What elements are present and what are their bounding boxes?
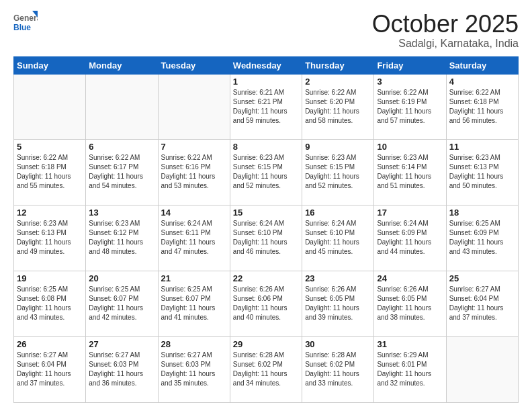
day-info: Sunrise: 6:24 AM Sunset: 6:10 PM Dayligh… bbox=[305, 219, 371, 257]
svg-text:Blue: Blue bbox=[13, 23, 31, 32]
calendar-cell: 20Sunrise: 6:25 AM Sunset: 6:07 PM Dayli… bbox=[86, 271, 158, 337]
calendar-day-header: Tuesday bbox=[158, 56, 230, 74]
day-info: Sunrise: 6:26 AM Sunset: 6:06 PM Dayligh… bbox=[233, 285, 299, 322]
day-info: Sunrise: 6:25 AM Sunset: 6:08 PM Dayligh… bbox=[17, 285, 83, 322]
calendar-cell: 14Sunrise: 6:24 AM Sunset: 6:11 PM Dayli… bbox=[158, 205, 230, 271]
day-info: Sunrise: 6:23 AM Sunset: 6:12 PM Dayligh… bbox=[89, 219, 154, 257]
calendar-header: SundayMondayTuesdayWednesdayThursdayFrid… bbox=[14, 56, 519, 74]
day-number: 2 bbox=[305, 77, 371, 87]
day-number: 14 bbox=[161, 208, 227, 218]
day-number: 7 bbox=[161, 142, 227, 152]
calendar-cell: 19Sunrise: 6:25 AM Sunset: 6:08 PM Dayli… bbox=[14, 271, 86, 337]
day-number: 29 bbox=[233, 339, 299, 349]
day-number: 23 bbox=[305, 273, 371, 283]
day-number: 18 bbox=[449, 208, 515, 218]
day-info: Sunrise: 6:28 AM Sunset: 6:02 PM Dayligh… bbox=[305, 351, 371, 388]
calendar-cell bbox=[446, 337, 518, 403]
calendar-week-row: 5Sunrise: 6:22 AM Sunset: 6:18 PM Daylig… bbox=[14, 140, 519, 205]
day-number: 12 bbox=[17, 208, 83, 218]
calendar-cell: 22Sunrise: 6:26 AM Sunset: 6:06 PM Dayli… bbox=[230, 271, 302, 337]
day-info: Sunrise: 6:21 AM Sunset: 6:21 PM Dayligh… bbox=[233, 88, 299, 126]
day-number: 19 bbox=[17, 273, 83, 283]
calendar-cell: 31Sunrise: 6:29 AM Sunset: 6:01 PM Dayli… bbox=[374, 337, 446, 403]
calendar-cell: 26Sunrise: 6:27 AM Sunset: 6:04 PM Dayli… bbox=[14, 337, 86, 403]
page-title: October 2025 bbox=[372, 11, 519, 38]
day-info: Sunrise: 6:27 AM Sunset: 6:04 PM Dayligh… bbox=[17, 351, 83, 388]
day-info: Sunrise: 6:23 AM Sunset: 6:14 PM Dayligh… bbox=[377, 153, 443, 191]
day-number: 13 bbox=[89, 208, 154, 218]
calendar-cell: 17Sunrise: 6:24 AM Sunset: 6:09 PM Dayli… bbox=[374, 205, 446, 271]
calendar-cell: 18Sunrise: 6:25 AM Sunset: 6:09 PM Dayli… bbox=[446, 205, 518, 271]
header: General Blue October 2025 Sadalgi, Karna… bbox=[13, 11, 519, 50]
calendar-cell: 9Sunrise: 6:23 AM Sunset: 6:15 PM Daylig… bbox=[302, 140, 374, 205]
day-number: 10 bbox=[377, 142, 443, 152]
day-info: Sunrise: 6:29 AM Sunset: 6:01 PM Dayligh… bbox=[377, 351, 443, 388]
calendar-table: SundayMondayTuesdayWednesdayThursdayFrid… bbox=[13, 56, 519, 403]
day-info: Sunrise: 6:25 AM Sunset: 6:07 PM Dayligh… bbox=[161, 285, 227, 322]
calendar-cell bbox=[86, 74, 158, 140]
calendar-day-header: Wednesday bbox=[230, 56, 302, 74]
calendar-cell: 6Sunrise: 6:22 AM Sunset: 6:17 PM Daylig… bbox=[86, 140, 158, 205]
page: General Blue October 2025 Sadalgi, Karna… bbox=[0, 0, 532, 411]
day-number: 31 bbox=[377, 339, 443, 349]
calendar-cell bbox=[158, 74, 230, 140]
day-info: Sunrise: 6:26 AM Sunset: 6:05 PM Dayligh… bbox=[377, 285, 443, 322]
day-number: 9 bbox=[305, 142, 371, 152]
calendar-cell: 12Sunrise: 6:23 AM Sunset: 6:13 PM Dayli… bbox=[14, 205, 86, 271]
day-number: 17 bbox=[377, 208, 443, 218]
day-number: 3 bbox=[377, 77, 443, 87]
calendar-cell: 2Sunrise: 6:22 AM Sunset: 6:20 PM Daylig… bbox=[302, 74, 374, 140]
day-info: Sunrise: 6:22 AM Sunset: 6:19 PM Dayligh… bbox=[377, 88, 443, 126]
title-block: October 2025 Sadalgi, Karnataka, India bbox=[372, 11, 519, 50]
day-info: Sunrise: 6:23 AM Sunset: 6:13 PM Dayligh… bbox=[449, 153, 515, 191]
day-number: 16 bbox=[305, 208, 371, 218]
calendar-week-row: 26Sunrise: 6:27 AM Sunset: 6:04 PM Dayli… bbox=[14, 337, 519, 403]
day-number: 8 bbox=[233, 142, 299, 152]
day-info: Sunrise: 6:24 AM Sunset: 6:10 PM Dayligh… bbox=[233, 219, 299, 257]
day-info: Sunrise: 6:22 AM Sunset: 6:17 PM Dayligh… bbox=[89, 153, 154, 191]
day-number: 20 bbox=[89, 273, 154, 283]
day-info: Sunrise: 6:24 AM Sunset: 6:09 PM Dayligh… bbox=[377, 219, 443, 257]
calendar-cell: 21Sunrise: 6:25 AM Sunset: 6:07 PM Dayli… bbox=[158, 271, 230, 337]
calendar-cell: 16Sunrise: 6:24 AM Sunset: 6:10 PM Dayli… bbox=[302, 205, 374, 271]
calendar-cell: 10Sunrise: 6:23 AM Sunset: 6:14 PM Dayli… bbox=[374, 140, 446, 205]
day-number: 21 bbox=[161, 273, 227, 283]
day-number: 11 bbox=[449, 142, 515, 152]
svg-text:General: General bbox=[13, 13, 38, 23]
calendar-week-row: 1Sunrise: 6:21 AM Sunset: 6:21 PM Daylig… bbox=[14, 74, 519, 140]
day-info: Sunrise: 6:28 AM Sunset: 6:02 PM Dayligh… bbox=[233, 351, 299, 388]
day-number: 6 bbox=[89, 142, 154, 152]
day-number: 15 bbox=[233, 208, 299, 218]
day-info: Sunrise: 6:22 AM Sunset: 6:16 PM Dayligh… bbox=[161, 153, 227, 191]
calendar-cell: 3Sunrise: 6:22 AM Sunset: 6:19 PM Daylig… bbox=[374, 74, 446, 140]
day-info: Sunrise: 6:23 AM Sunset: 6:13 PM Dayligh… bbox=[17, 219, 83, 257]
day-info: Sunrise: 6:27 AM Sunset: 6:04 PM Dayligh… bbox=[449, 285, 515, 322]
day-number: 27 bbox=[89, 339, 154, 349]
day-number: 4 bbox=[449, 77, 515, 87]
calendar-cell: 30Sunrise: 6:28 AM Sunset: 6:02 PM Dayli… bbox=[302, 337, 374, 403]
day-info: Sunrise: 6:25 AM Sunset: 6:07 PM Dayligh… bbox=[89, 285, 154, 322]
calendar-cell bbox=[14, 74, 86, 140]
logo-svg: General Blue bbox=[13, 11, 38, 35]
calendar-cell: 4Sunrise: 6:22 AM Sunset: 6:18 PM Daylig… bbox=[446, 74, 518, 140]
day-info: Sunrise: 6:22 AM Sunset: 6:18 PM Dayligh… bbox=[17, 153, 83, 191]
calendar-header-row: SundayMondayTuesdayWednesdayThursdayFrid… bbox=[14, 56, 519, 74]
logo: General Blue bbox=[13, 11, 38, 35]
calendar-cell: 13Sunrise: 6:23 AM Sunset: 6:12 PM Dayli… bbox=[86, 205, 158, 271]
calendar-cell: 5Sunrise: 6:22 AM Sunset: 6:18 PM Daylig… bbox=[14, 140, 86, 205]
calendar-cell: 8Sunrise: 6:23 AM Sunset: 6:15 PM Daylig… bbox=[230, 140, 302, 205]
day-info: Sunrise: 6:25 AM Sunset: 6:09 PM Dayligh… bbox=[449, 219, 515, 257]
calendar-week-row: 19Sunrise: 6:25 AM Sunset: 6:08 PM Dayli… bbox=[14, 271, 519, 337]
calendar-cell: 29Sunrise: 6:28 AM Sunset: 6:02 PM Dayli… bbox=[230, 337, 302, 403]
day-info: Sunrise: 6:24 AM Sunset: 6:11 PM Dayligh… bbox=[161, 219, 227, 257]
calendar-day-header: Thursday bbox=[302, 56, 374, 74]
day-number: 26 bbox=[17, 339, 83, 349]
calendar-cell: 27Sunrise: 6:27 AM Sunset: 6:03 PM Dayli… bbox=[86, 337, 158, 403]
calendar-cell: 1Sunrise: 6:21 AM Sunset: 6:21 PM Daylig… bbox=[230, 74, 302, 140]
calendar-cell: 25Sunrise: 6:27 AM Sunset: 6:04 PM Dayli… bbox=[446, 271, 518, 337]
day-info: Sunrise: 6:23 AM Sunset: 6:15 PM Dayligh… bbox=[305, 153, 371, 191]
calendar-cell: 28Sunrise: 6:27 AM Sunset: 6:03 PM Dayli… bbox=[158, 337, 230, 403]
day-info: Sunrise: 6:22 AM Sunset: 6:20 PM Dayligh… bbox=[305, 88, 371, 126]
day-number: 24 bbox=[377, 273, 443, 283]
day-info: Sunrise: 6:26 AM Sunset: 6:05 PM Dayligh… bbox=[305, 285, 371, 322]
